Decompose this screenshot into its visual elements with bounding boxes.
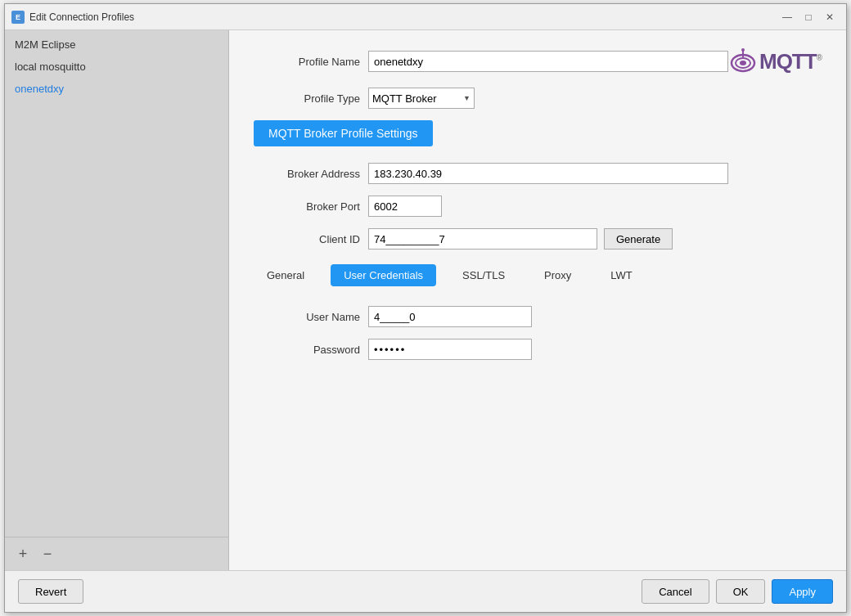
- ok-button[interactable]: OK: [716, 579, 766, 604]
- main-panel: Profile Name MQTT®: [229, 30, 846, 570]
- sidebar-item-m2m-eclipse[interactable]: M2M Eclipse: [5, 34, 228, 56]
- mqtt-text: MQTT®: [759, 49, 822, 74]
- title-bar: E Edit Connection Profiles — □ ✕: [5, 4, 846, 30]
- content-area: M2M Eclipse local mosquitto onenetdxy + …: [5, 30, 846, 570]
- profile-type-row: Profile Type MQTT Broker MQTT Subscriber: [254, 88, 822, 109]
- broker-address-input[interactable]: [368, 163, 728, 184]
- cancel-button[interactable]: Cancel: [642, 579, 709, 604]
- svg-point-4: [741, 48, 745, 52]
- tab-lwt[interactable]: LWT: [597, 264, 645, 286]
- user-name-row: User Name: [254, 306, 822, 327]
- sidebar-item-local-mosquitto[interactable]: local mosquitto: [5, 56, 228, 78]
- svg-point-2: [740, 61, 746, 65]
- tab-user-credentials[interactable]: User Credentials: [331, 264, 436, 286]
- add-profile-button[interactable]: +: [13, 544, 33, 564]
- broker-address-label: Broker Address: [254, 168, 368, 180]
- tabs-row: General User Credentials SSL/TLS Proxy L…: [254, 264, 822, 286]
- broker-port-label: Broker Port: [254, 200, 368, 213]
- profile-name-input[interactable]: [368, 51, 728, 72]
- sidebar-bottom: + −: [5, 537, 228, 570]
- user-name-input[interactable]: [368, 306, 532, 327]
- sidebar-item-onenetdxy[interactable]: onenetdxy: [5, 78, 228, 100]
- password-input[interactable]: [368, 339, 532, 360]
- profile-name-label: Profile Name: [254, 56, 368, 68]
- revert-button[interactable]: Revert: [18, 579, 83, 604]
- profile-type-select[interactable]: MQTT Broker MQTT Subscriber: [368, 88, 475, 109]
- window-title: Edit Connection Profiles: [29, 11, 134, 23]
- client-id-label: Client ID: [254, 233, 368, 245]
- sidebar: M2M Eclipse local mosquitto onenetdxy + …: [5, 30, 229, 570]
- profile-type-label: Profile Type: [254, 92, 368, 105]
- title-bar-controls: — □ ✕: [777, 8, 840, 26]
- mqtt-logo-inner: MQTT®: [728, 47, 822, 76]
- password-row: Password: [254, 339, 822, 360]
- profile-type-wrapper: MQTT Broker MQTT Subscriber: [368, 88, 475, 109]
- profile-name-row: Profile Name MQTT®: [254, 47, 822, 76]
- title-bar-left: E Edit Connection Profiles: [11, 11, 134, 24]
- close-button[interactable]: ✕: [820, 8, 840, 26]
- user-name-label: User Name: [254, 311, 368, 323]
- client-id-input[interactable]: [368, 228, 597, 250]
- tab-general[interactable]: General: [254, 264, 317, 286]
- password-label: Password: [254, 344, 368, 356]
- broker-port-row: Broker Port: [254, 196, 822, 217]
- remove-profile-button[interactable]: −: [38, 544, 57, 564]
- client-id-row: Client ID Generate: [254, 228, 822, 250]
- bottom-bar: Revert Cancel OK Apply: [5, 570, 846, 612]
- tab-ssl-tls[interactable]: SSL/TLS: [449, 264, 518, 286]
- mqtt-antenna-icon: [728, 47, 758, 76]
- maximize-button[interactable]: □: [799, 8, 818, 26]
- apply-button[interactable]: Apply: [772, 579, 833, 604]
- tab-proxy[interactable]: Proxy: [531, 264, 584, 286]
- minimize-button[interactable]: —: [777, 8, 797, 26]
- window-icon: E: [11, 11, 25, 24]
- mqtt-logo: MQTT®: [728, 47, 822, 76]
- main-window: E Edit Connection Profiles — □ ✕ M2M Ecl…: [4, 3, 847, 613]
- broker-address-row: Broker Address: [254, 163, 822, 184]
- mqtt-broker-settings-button[interactable]: MQTT Broker Profile Settings: [254, 120, 433, 146]
- generate-button[interactable]: Generate: [604, 228, 673, 250]
- broker-port-input[interactable]: [368, 196, 442, 217]
